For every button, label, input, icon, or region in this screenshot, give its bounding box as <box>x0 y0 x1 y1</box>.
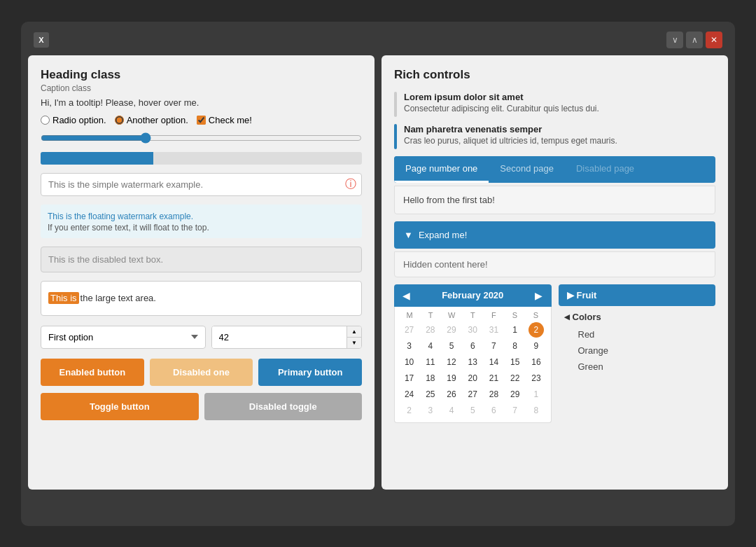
cal-cell-5-6[interactable]: 8 <box>526 403 546 418</box>
cal-cell-5-5[interactable]: 7 <box>505 403 525 418</box>
spinner-down[interactable]: ▼ <box>347 338 361 348</box>
expander-label: Expand me! <box>419 230 467 240</box>
info-text-2: Nam pharetra venenatis semper Cras leo p… <box>404 124 617 149</box>
cal-cell-0-4[interactable]: 31 <box>484 322 504 338</box>
cal-cell-2-2[interactable]: 12 <box>441 354 461 370</box>
cal-cell-1-2[interactable]: 5 <box>441 338 461 354</box>
tree-child-orange[interactable]: Orange <box>559 342 716 359</box>
cal-cell-1-1[interactable]: 4 <box>420 338 440 354</box>
cal-cell-1-4[interactable]: 7 <box>484 338 504 354</box>
tree-group-label: Colors <box>573 312 601 322</box>
large-textarea[interactable]: This is the large text area. <box>41 281 362 316</box>
rich-controls-title: Rich controls <box>394 68 715 82</box>
cal-cell-5-2[interactable]: 4 <box>441 403 461 418</box>
cal-cell-1-6[interactable]: 9 <box>526 338 546 354</box>
info-bar-1 <box>394 92 397 117</box>
cal-cell-0-1[interactable]: 28 <box>420 322 440 338</box>
minimize-button[interactable]: ∨ <box>666 32 683 48</box>
cal-cell-4-4[interactable]: 28 <box>484 387 504 402</box>
bottom-row: ◀ February 2020 ▶ M T W T F S S <box>394 284 715 423</box>
checkbox-input[interactable] <box>197 116 206 125</box>
floating-label: This is the floating watermark example. <box>48 212 355 221</box>
cal-cell-3-4[interactable]: 21 <box>484 371 504 386</box>
cal-prev-button[interactable]: ◀ <box>402 290 410 301</box>
app-icon: X <box>34 32 49 48</box>
tree-root[interactable]: ▶ Fruit <box>559 284 716 306</box>
cal-cell-2-4[interactable]: 14 <box>484 354 504 370</box>
calendar-day-headers: M T W T F S S <box>399 311 547 319</box>
cal-next-button[interactable]: ▶ <box>535 290 542 301</box>
toggle-button[interactable]: Toggle button <box>41 393 199 420</box>
cal-cell-4-5[interactable]: 29 <box>505 387 525 402</box>
cal-cell-5-1[interactable]: 3 <box>420 403 440 418</box>
info-text-1: Lorem ipsum dolor sit amet Consectetur a… <box>404 92 599 117</box>
cal-cell-5-4[interactable]: 6 <box>484 403 504 418</box>
maximize-button[interactable]: ∧ <box>686 32 703 48</box>
spinner-up[interactable]: ▲ <box>347 326 361 338</box>
caption: Caption class <box>41 83 362 93</box>
enabled-button[interactable]: Enabled button <box>41 359 144 386</box>
cal-cell-4-3[interactable]: 27 <box>463 387 483 402</box>
day-header-s1: S <box>504 311 525 319</box>
tree: ▶ Fruit ◀ Colors Red Orange Green <box>559 284 716 423</box>
primary-button[interactable]: Primary button <box>258 359 362 386</box>
spinner-input[interactable] <box>212 326 347 348</box>
tree-child-red[interactable]: Red <box>559 326 716 342</box>
close-button[interactable]: ✕ <box>706 32 722 48</box>
day-header-w: W <box>441 311 462 319</box>
highlight-text: This is <box>48 292 79 304</box>
cal-cell-4-1[interactable]: 25 <box>420 387 440 402</box>
cal-cell-5-0[interactable]: 2 <box>399 403 419 418</box>
cal-cell-2-6[interactable]: 16 <box>526 354 546 370</box>
cal-cell-2-3[interactable]: 13 <box>463 354 483 370</box>
slider[interactable] <box>41 132 362 144</box>
radio-option2[interactable]: Another option. <box>115 115 188 125</box>
spinner-buttons: ▲ ▼ <box>346 326 361 348</box>
cal-cell-2-1[interactable]: 11 <box>420 354 440 370</box>
calendar: ◀ February 2020 ▶ M T W T F S S <box>394 284 552 423</box>
tree-group-colors: ◀ Colors Red Orange Green <box>559 307 716 375</box>
cal-cell-4-6[interactable]: 1 <box>526 387 546 402</box>
disabled-toggle-button: Disabled toggle <box>204 393 363 420</box>
info-title-1: Lorem ipsum dolor sit amet <box>404 92 599 102</box>
cal-cell-5-3[interactable]: 5 <box>463 403 483 418</box>
cal-cell-3-2[interactable]: 19 <box>441 371 461 386</box>
radio1-input[interactable] <box>41 116 50 125</box>
cal-cell-0-0[interactable]: 27 <box>399 322 419 338</box>
info-item-1: Lorem ipsum dolor sit amet Consectetur a… <box>394 92 715 117</box>
day-header-m: M <box>399 311 420 319</box>
cal-cell-2-0[interactable]: 10 <box>399 354 419 370</box>
tab-second-page[interactable]: Second page <box>489 156 565 183</box>
day-header-t1: T <box>420 311 441 319</box>
cal-cell-0-3[interactable]: 30 <box>463 322 483 338</box>
progress-bar <box>41 152 362 165</box>
cal-cell-4-2[interactable]: 26 <box>441 387 461 402</box>
cal-cell-4-0[interactable]: 24 <box>399 387 419 402</box>
radio-option1[interactable]: Radio option. <box>41 115 106 125</box>
tree-group-colors-header[interactable]: ◀ Colors <box>559 307 716 326</box>
cal-cell-1-3[interactable]: 6 <box>463 338 483 354</box>
cal-cell-3-0[interactable]: 17 <box>399 371 419 386</box>
watermark-input[interactable] <box>41 173 362 196</box>
cal-cell-1-0[interactable]: 3 <box>399 338 419 354</box>
cal-cell-0-5[interactable]: 1 <box>505 322 525 338</box>
cal-cell-3-1[interactable]: 18 <box>420 371 440 386</box>
cal-cell-0-6[interactable]: 2 <box>528 322 544 338</box>
cal-cell-1-5[interactable]: 8 <box>505 338 525 354</box>
tab-page-one[interactable]: Page number one <box>394 156 489 183</box>
cal-cell-3-3[interactable]: 20 <box>463 371 483 386</box>
tree-child-green[interactable]: Green <box>559 359 716 375</box>
day-header-t2: T <box>462 311 483 319</box>
radio2-input[interactable] <box>115 116 124 125</box>
expander-header[interactable]: ▼ Expand me! <box>394 221 715 249</box>
cal-cell-0-2[interactable]: 29 <box>441 322 461 338</box>
calendar-body: M T W T F S S 27282930311234567891011121… <box>394 307 552 423</box>
radio-row: Radio option. Another option. Check me! <box>41 115 362 125</box>
cal-cell-3-6[interactable]: 23 <box>526 371 546 386</box>
tooltip-text: Hi, I'm a tooltip! Please, hover over me… <box>41 97 362 108</box>
select-box[interactable]: First optionSecond optionThird option <box>41 326 206 349</box>
cal-cell-2-5[interactable]: 15 <box>505 354 525 370</box>
titlebar-controls: ∨ ∧ ✕ <box>666 32 722 48</box>
cal-cell-3-5[interactable]: 22 <box>505 371 525 386</box>
checkbox-item[interactable]: Check me! <box>197 115 252 125</box>
